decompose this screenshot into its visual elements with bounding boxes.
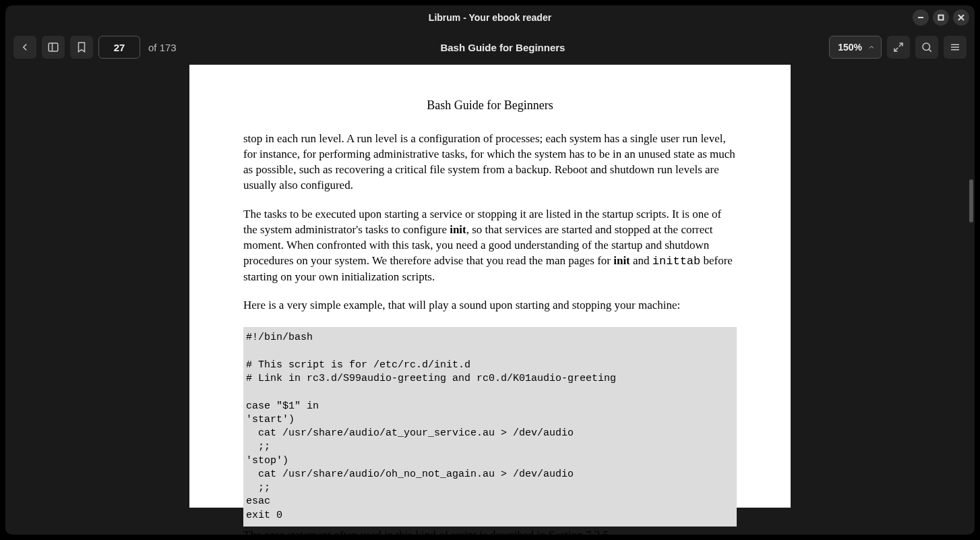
document-page: Bash Guide for Beginners stop in each ru… bbox=[189, 65, 791, 508]
bold-text: case bbox=[264, 529, 284, 535]
toolbar-left: of 173 bbox=[13, 36, 177, 59]
page-running-header: Bash Guide for Beginners bbox=[243, 98, 737, 113]
hamburger-icon bbox=[949, 41, 961, 53]
close-icon bbox=[958, 14, 964, 21]
sidebar-toggle-button[interactable] bbox=[42, 36, 65, 59]
svg-point-8 bbox=[923, 43, 930, 51]
minimize-icon bbox=[917, 14, 924, 21]
window-title: Librum - Your ebook reader bbox=[429, 12, 551, 23]
expand-icon bbox=[892, 41, 905, 53]
svg-line-9 bbox=[929, 49, 931, 51]
svg-line-7 bbox=[894, 48, 898, 51]
text: The bbox=[243, 529, 264, 535]
paragraph: Here is a very simple example, that will… bbox=[243, 298, 737, 313]
section-link[interactable]: Section 7.2.5 bbox=[549, 529, 609, 535]
text: and bbox=[630, 254, 652, 267]
maximize-icon bbox=[938, 14, 944, 21]
chevron-up-icon bbox=[867, 43, 876, 51]
paragraph: The case statement often used in this ki… bbox=[243, 528, 737, 535]
page-total-label: of 173 bbox=[148, 42, 177, 53]
paragraph: stop in each run level. A run level is a… bbox=[243, 131, 737, 193]
toolbar-right: 150% bbox=[829, 36, 967, 59]
svg-rect-1 bbox=[939, 16, 944, 20]
bookmark-button[interactable] bbox=[70, 36, 93, 59]
bold-text: init bbox=[450, 223, 466, 236]
zoom-value: 150% bbox=[838, 42, 862, 53]
search-icon bbox=[921, 41, 933, 53]
svg-line-6 bbox=[899, 43, 902, 47]
page-number-input[interactable] bbox=[98, 36, 140, 59]
scrollbar-thumb[interactable] bbox=[969, 179, 973, 222]
zoom-select[interactable]: 150% bbox=[829, 36, 882, 59]
content-area[interactable]: Bash Guide for Beginners stop in each ru… bbox=[5, 65, 975, 535]
search-button[interactable] bbox=[915, 36, 938, 59]
minimize-button[interactable] bbox=[913, 9, 929, 26]
chevron-left-icon bbox=[19, 41, 31, 53]
fullscreen-button[interactable] bbox=[887, 36, 910, 59]
titlebar: Librum - Your ebook reader bbox=[5, 5, 975, 30]
bookmark-icon bbox=[75, 41, 88, 53]
text: statement often used in this kind of scr… bbox=[284, 529, 549, 535]
close-button[interactable] bbox=[953, 9, 969, 26]
code-block: #!/bin/bash # This script is for /etc/rc… bbox=[243, 327, 737, 527]
document-title: Bash Guide for Beginners bbox=[182, 42, 824, 53]
svg-rect-4 bbox=[49, 43, 58, 51]
maximize-button[interactable] bbox=[933, 9, 949, 26]
toolbar: of 173 Bash Guide for Beginners 150% bbox=[5, 30, 975, 65]
menu-button[interactable] bbox=[944, 36, 967, 59]
mono-text: inittab bbox=[652, 255, 700, 268]
window-controls bbox=[913, 9, 969, 26]
text: . bbox=[609, 529, 611, 535]
paragraph: The tasks to be executed upon starting a… bbox=[243, 207, 737, 285]
bold-text: init bbox=[613, 254, 630, 267]
sidebar-icon bbox=[47, 41, 59, 53]
back-button[interactable] bbox=[13, 36, 36, 59]
app-window: Librum - Your ebook reader bbox=[5, 5, 975, 535]
